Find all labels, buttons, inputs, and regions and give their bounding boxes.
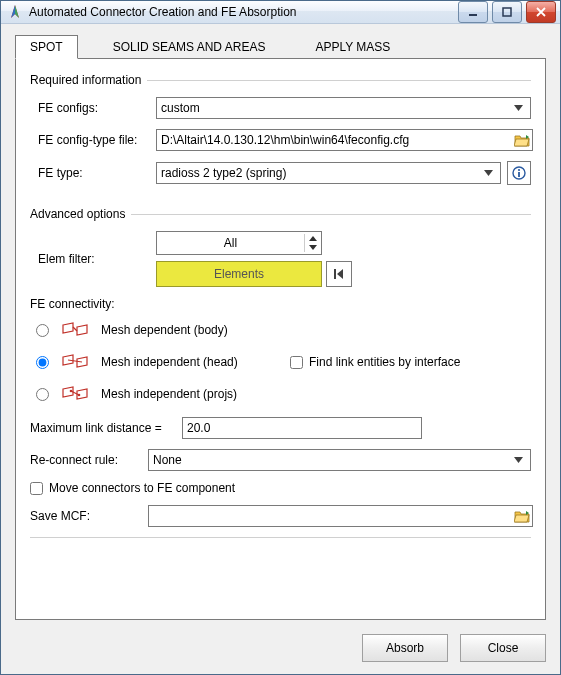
save-mcf-input[interactable] (148, 505, 533, 527)
elem-filter-label: Elem filter: (30, 252, 156, 266)
find-link-label: Find link entities by interface (309, 355, 460, 369)
svg-point-9 (70, 390, 73, 393)
tab-panel-spot: Required information FE configs: custom … (15, 58, 546, 620)
mesh-independent-head-icon (61, 353, 89, 371)
button-label: Absorb (386, 641, 424, 655)
radio-mesh-independent-head[interactable] (36, 356, 49, 369)
reset-selection-button[interactable] (326, 261, 352, 287)
minimize-button[interactable] (458, 1, 488, 23)
absorb-button[interactable]: Absorb (362, 634, 448, 662)
find-link-checkbox[interactable] (290, 356, 303, 369)
fe-type-info-button[interactable] (507, 161, 531, 185)
tab-label: SPOT (30, 40, 63, 54)
svg-rect-5 (334, 269, 336, 279)
tab-apply-mass[interactable]: APPLY MASS (300, 35, 405, 58)
radio-label: Mesh independent (projs) (101, 387, 237, 401)
chevron-down-icon (510, 452, 526, 468)
tab-spot[interactable]: SPOT (15, 35, 78, 59)
close-button[interactable]: Close (460, 634, 546, 662)
elements-button[interactable]: Elements (156, 261, 322, 287)
svg-rect-0 (469, 14, 477, 16)
tab-label: APPLY MASS (315, 40, 390, 54)
max-link-label: Maximum link distance = (30, 421, 182, 435)
save-mcf-label: Save MCF: (30, 509, 148, 523)
svg-line-7 (68, 360, 82, 362)
fe-type-value: radioss 2 type2 (spring) (161, 166, 480, 180)
elem-filter-value: All (157, 236, 304, 250)
move-connectors-label: Move connectors to FE component (49, 481, 235, 495)
chevron-down-icon (480, 165, 496, 181)
move-connectors-checkbox[interactable] (30, 482, 43, 495)
svg-rect-4 (518, 172, 520, 177)
fe-type-label: FE type: (30, 166, 156, 180)
fe-config-file-label: FE config-type file: (30, 133, 156, 147)
browse-config-file-button[interactable] (513, 131, 531, 149)
elem-filter-spinner[interactable] (304, 234, 321, 252)
tab-label: SOLID SEAMS AND AREAS (113, 40, 266, 54)
elements-button-label: Elements (214, 267, 264, 281)
titlebar: Automated Connector Creation and FE Abso… (1, 1, 560, 24)
group-legend: Required information (30, 73, 147, 87)
mesh-dependent-body-icon (61, 321, 89, 339)
tabstrip: SPOT SOLID SEAMS AND AREAS APPLY MASS (15, 34, 546, 58)
max-link-input[interactable] (182, 417, 422, 439)
reconnect-select[interactable]: None (148, 449, 531, 471)
fe-configs-value: custom (161, 101, 510, 115)
svg-rect-1 (503, 8, 511, 16)
radio-mesh-dependent-body[interactable] (36, 324, 49, 337)
svg-point-10 (78, 394, 81, 397)
fe-connectivity-label: FE connectivity: (30, 297, 531, 311)
reconnect-label: Re-connect rule: (30, 453, 148, 467)
tab-solid-seams[interactable]: SOLID SEAMS AND AREAS (98, 35, 281, 58)
browse-save-mcf-button[interactable] (513, 507, 531, 525)
elem-filter-select[interactable]: All (156, 231, 322, 255)
fe-configs-select[interactable]: custom (156, 97, 531, 119)
group-end-rule (30, 537, 531, 538)
button-label: Close (488, 641, 519, 655)
group-rule (147, 80, 531, 81)
maximize-button[interactable] (492, 1, 522, 23)
reconnect-value: None (153, 453, 510, 467)
svg-point-3 (518, 169, 520, 171)
group-advanced: Advanced options Elem filter: All (30, 203, 531, 548)
chevron-down-icon (510, 100, 526, 116)
close-window-button[interactable] (526, 1, 556, 23)
fe-configs-label: FE configs: (30, 101, 156, 115)
window-title: Automated Connector Creation and FE Abso… (29, 5, 458, 19)
mesh-independent-projs-icon (61, 385, 89, 403)
svg-line-8 (71, 391, 79, 395)
radio-label: Mesh dependent (body) (101, 323, 228, 337)
group-required: Required information FE configs: custom … (30, 69, 531, 195)
fe-config-file-input[interactable] (156, 129, 533, 151)
client-area: SPOT SOLID SEAMS AND AREAS APPLY MASS Re… (1, 24, 560, 674)
radio-label: Mesh independent (head) (101, 355, 238, 369)
app-icon (7, 4, 23, 20)
radio-mesh-independent-projs[interactable] (36, 388, 49, 401)
group-legend: Advanced options (30, 207, 131, 221)
dialog-button-row: Absorb Close (15, 620, 546, 662)
dialog-window: Automated Connector Creation and FE Abso… (0, 0, 561, 675)
fe-type-select[interactable]: radioss 2 type2 (spring) (156, 162, 501, 184)
group-rule (131, 214, 531, 215)
window-buttons (458, 1, 556, 23)
